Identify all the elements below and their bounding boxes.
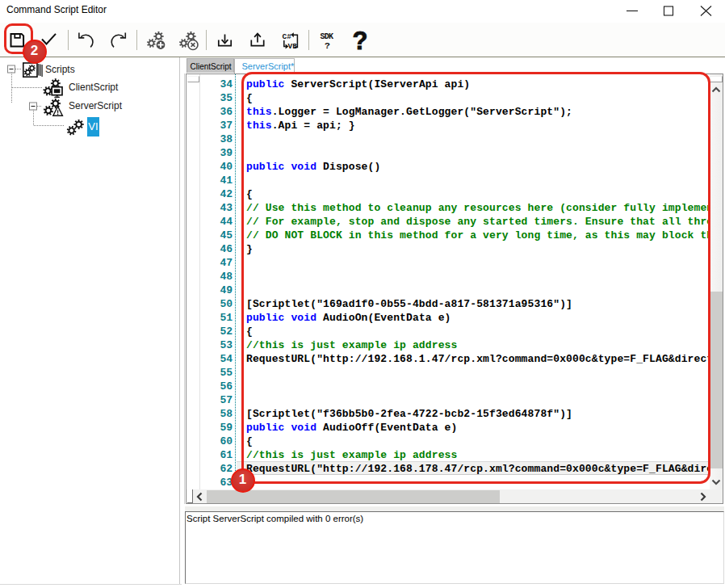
svg-text:?: ?	[325, 40, 330, 51]
svg-text:?: ?	[353, 27, 368, 55]
svg-text:VB: VB	[288, 42, 298, 51]
svg-text:C#: C#	[283, 32, 292, 41]
